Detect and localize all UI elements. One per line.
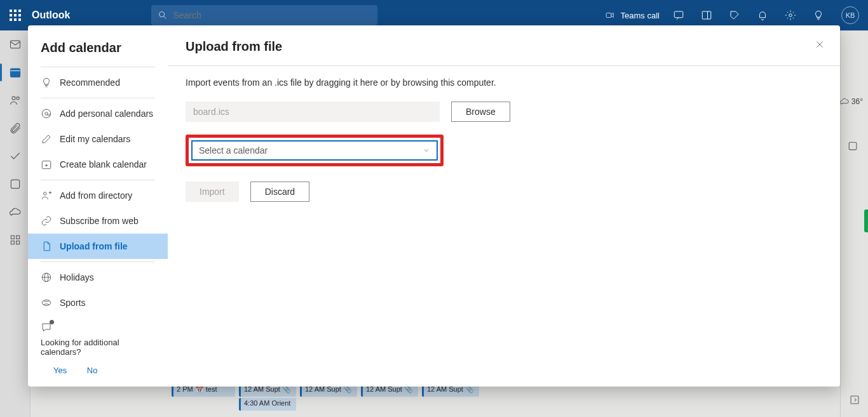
chat-icon [673, 10, 684, 21]
svg-rect-4 [702, 11, 711, 19]
sidebar-item-recommended[interactable]: Recommended [28, 70, 168, 95]
search-box[interactable] [151, 5, 377, 25]
modal-sidebar-title: Add calendar [28, 37, 168, 64]
svg-point-19 [42, 109, 51, 118]
svg-point-0 [159, 12, 165, 17]
close-button[interactable] [815, 39, 826, 51]
tag-icon [729, 10, 740, 21]
app-launcher-button[interactable] [0, 0, 31, 30]
chat-bubble-icon [41, 322, 52, 333]
search-icon [158, 10, 168, 20]
sidebar-item-label: Add from directory [60, 190, 132, 201]
at-icon [41, 108, 52, 119]
svg-point-30 [42, 300, 51, 306]
lightbulb-icon [41, 77, 52, 88]
sidebar-item-add-personal[interactable]: Add personal calendars [28, 101, 168, 126]
file-icon [41, 241, 52, 252]
sidebar-item-label: Upload from file [60, 241, 128, 251]
sidebar-item-upload[interactable]: Upload from file [28, 234, 168, 259]
sidebar-item-label: Holidays [60, 272, 94, 282]
sidebar-item-label: Create blank calendar [60, 159, 147, 169]
sidebar-item-holidays[interactable]: Holidays [28, 265, 168, 290]
divider [41, 180, 155, 180]
main-title: Upload from file [186, 39, 822, 54]
sidebar-item-directory[interactable]: Add from directory [28, 183, 168, 208]
globe-icon [41, 272, 52, 283]
import-button: Import [186, 182, 239, 202]
sports-icon [41, 297, 52, 308]
divider [41, 67, 155, 67]
edit-icon [41, 133, 52, 145]
divider [41, 261, 155, 262]
feedback-tab[interactable] [864, 209, 868, 232]
lightbulb-icon [813, 10, 824, 21]
sidebar-item-edit[interactable]: Edit my calendars [28, 126, 168, 152]
close-icon [815, 39, 825, 50]
divider [168, 65, 840, 66]
link-icon [41, 215, 52, 227]
sidebar-item-label: Subscribe from web [60, 216, 139, 226]
brand-label: Outlook [31, 10, 75, 21]
bell-icon [757, 10, 768, 21]
teams-call-label: Teams call [621, 11, 660, 20]
feedback-no-link[interactable]: No [87, 366, 98, 375]
sidebar-item-subscribe[interactable]: Subscribe from web [28, 208, 168, 234]
svg-point-24 [44, 192, 47, 195]
select-calendar-highlight: Select a calendar [186, 135, 444, 166]
divider [41, 98, 155, 98]
search-input[interactable] [173, 10, 371, 20]
teams-call-button[interactable]: Teams call [599, 11, 665, 20]
account-avatar[interactable]: KB [841, 6, 859, 24]
file-row: Browse [186, 102, 822, 122]
action-row: Import Discard [186, 182, 822, 202]
modal-sidebar: Add calendar Recommended Add personal ca… [28, 25, 168, 387]
select-calendar-placeholder: Select a calendar [199, 145, 268, 156]
file-name-field[interactable] [186, 102, 440, 122]
add-calendar-modal: Add calendar Recommended Add personal ca… [28, 25, 840, 387]
looking-label: Looking for additional calendars? [41, 338, 119, 357]
svg-line-1 [164, 17, 166, 18]
sidebar-item-blank[interactable]: Create blank calendar [28, 152, 168, 177]
panel-icon [701, 10, 712, 21]
modal-main: Upload from file Import events from an .… [168, 25, 840, 387]
select-calendar-dropdown[interactable]: Select a calendar [191, 140, 438, 161]
svg-rect-3 [674, 11, 683, 18]
browse-button[interactable]: Browse [451, 102, 510, 122]
waffle-icon [10, 10, 21, 21]
sidebar-item-sports[interactable]: Sports [28, 290, 168, 315]
sidebar-item-label: Edit my calendars [60, 134, 130, 144]
video-icon [604, 11, 616, 20]
discard-button[interactable]: Discard [250, 182, 309, 202]
gear-icon [785, 10, 796, 21]
sidebar-item-label: Sports [60, 298, 85, 308]
looking-for-more: Looking for additional calendars? [28, 315, 168, 363]
svg-rect-2 [606, 13, 611, 18]
directory-icon [41, 190, 52, 201]
sidebar-item-label: Add personal calendars [60, 109, 153, 119]
svg-point-20 [45, 112, 48, 116]
feedback-yes-no: Yes No [28, 363, 168, 375]
svg-point-6 [789, 14, 792, 17]
upload-hint: Import events from an .ics file by dragg… [186, 77, 822, 88]
feedback-yes-link[interactable]: Yes [53, 366, 67, 375]
sidebar-item-label: Recommended [60, 77, 120, 88]
chevron-down-icon [423, 147, 430, 154]
calendar-plus-icon [41, 159, 52, 170]
